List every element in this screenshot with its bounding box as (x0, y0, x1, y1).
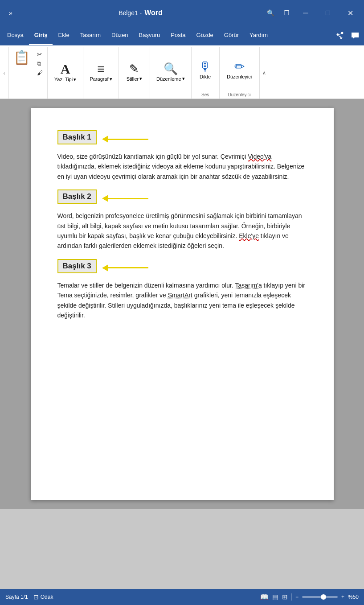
menu-item-giris[interactable]: Giriş (29, 26, 53, 45)
düzenleyici-button[interactable]: ✏ Düzenleyici (223, 58, 255, 81)
odak-button[interactable]: ⊡ Odak (33, 593, 53, 601)
heading2-box: Başlık 2 (57, 189, 97, 204)
düzenleme-group-name (150, 96, 191, 99)
stiller-button[interactable]: ✎ Stiller ▾ (123, 60, 146, 83)
paragraf-button[interactable]: ≡ Paragraf ▾ (86, 60, 115, 84)
düzenleme-icon: 🔍 (164, 62, 178, 76)
cut-icon: ✂ (37, 51, 42, 58)
copy-button[interactable]: ⧉ (34, 59, 45, 68)
paste-icon: 📋 (13, 51, 30, 64)
clipboard-group-label (9, 96, 47, 99)
menu-item-duzen[interactable]: Düzen (106, 26, 134, 45)
close-button[interactable]: ✕ (340, 4, 360, 22)
düzenleyici-label: Düzenleyici (227, 74, 252, 79)
document-area: Başlık 1 Video, size görüşünüzü kanıtlam… (0, 99, 364, 509)
zoom-slider[interactable] (302, 596, 338, 598)
yazıtipi-icon: A (61, 62, 70, 77)
dikte-label: Dikte (200, 74, 211, 79)
video-link: Video'ya (248, 153, 271, 160)
yazıtipi-group-name (48, 96, 83, 99)
menu-item-gorur[interactable]: Görür (219, 26, 244, 45)
menu-item-tasarim[interactable]: Tasarım (75, 26, 106, 45)
maximize-button[interactable]: □ (318, 4, 338, 22)
stiller-group-name (119, 96, 150, 99)
format-painter-button[interactable]: 🖌 (34, 69, 45, 77)
zoom-thumb (321, 594, 326, 600)
zoom-percent: %50 (348, 594, 359, 600)
heading2-row: Başlık 2 (57, 189, 307, 207)
ribbon-collapse-left[interactable]: ‹ (0, 47, 9, 99)
ribbon-group-düzenleme: 🔍 Düzenleme ▾ (150, 47, 192, 99)
heading1-arrow (102, 136, 148, 143)
status-left: Sayfa 1/1 ⊡ Odak (5, 593, 53, 601)
status-bar: Sayfa 1/1 ⊡ Odak 📖 ▤ ⊞ − + %50 (0, 589, 364, 605)
app-name: Word (144, 9, 163, 17)
ribbon-group-paragraf: ≡ Paragraf ▾ (83, 47, 119, 99)
yazıtipi-button[interactable]: A Yazı Tipi ▾ (51, 60, 80, 84)
ekle-link: Ekle'ye (239, 232, 259, 239)
paste-button[interactable]: 📋 (11, 50, 33, 65)
menu-item-gozde[interactable]: Gözde (191, 26, 219, 45)
zoom-minus[interactable]: − (295, 594, 299, 600)
ribbon-group-clipboard: 📋 ✂ ⧉ 🖌 (9, 47, 48, 99)
arrowhead2 (102, 195, 108, 202)
chevron-icon[interactable]: » (4, 6, 18, 20)
menu-bar: Dosya Giriş Ekle Tasarım Düzen Başvuru P… (0, 26, 364, 45)
heading2-arrow (102, 195, 148, 202)
ribbon-group-yazıtipi: A Yazı Tipi ▾ (48, 47, 83, 99)
ribbon: ‹ 📋 ✂ ⧉ 🖌 (0, 45, 364, 99)
body-text-3: Temalar ve stiller de belgenizin düzenli… (57, 280, 307, 321)
tasarim-link: Tasarım'a (235, 282, 262, 289)
body-text-2: Word, belgenizin profesyonelce üretilmiş… (57, 211, 307, 251)
paragraf-icon: ≡ (97, 62, 104, 76)
heading3-row: Başlık 3 (57, 259, 307, 277)
document-page[interactable]: Başlık 1 Video, size görüşünüzü kanıtlam… (31, 108, 334, 500)
title-bar-center: Belge1 - Word (119, 9, 163, 17)
body-text-1: Video, size görüşünüzü kanıtlamak için g… (57, 152, 307, 181)
cut-button[interactable]: ✂ (34, 50, 45, 59)
odak-label: Odak (41, 594, 53, 600)
format-painter-icon: 🖌 (37, 70, 43, 76)
arrowline3 (108, 267, 148, 268)
title-bar: » Belge1 - Word 🔍 ❐ ─ □ ✕ (0, 0, 364, 26)
menu-item-posta[interactable]: Posta (165, 26, 191, 45)
print-view-icon[interactable]: ▤ (272, 593, 278, 601)
restore-icon[interactable]: ❐ (279, 6, 294, 20)
smartart-link: SmartArt (168, 292, 192, 299)
menu-item-basvuru[interactable]: Başvuru (134, 26, 166, 45)
ribbon-collapse-right[interactable]: ∧ (260, 47, 269, 99)
search-icon[interactable]: 🔍 (263, 6, 278, 20)
read-view-icon[interactable]: 📖 (260, 593, 269, 601)
heading1-box: Başlık 1 (57, 130, 97, 144)
arrowhead1 (102, 136, 108, 143)
page-info: Sayfa 1/1 (5, 594, 28, 600)
paragraf-label: Paragraf ▾ (90, 76, 112, 82)
stiller-label: Stiller ▾ (127, 76, 143, 82)
web-view-icon[interactable]: ⊞ (282, 593, 288, 601)
düzenleme-button[interactable]: 🔍 Düzenleme ▾ (153, 60, 188, 83)
title-bar-right: 🔍 ❐ ─ □ ✕ (263, 4, 360, 22)
stiller-icon: ✎ (129, 62, 139, 76)
copy-icon: ⧉ (37, 60, 41, 67)
share-button[interactable] (332, 26, 348, 45)
dikte-button[interactable]: 🎙 Dikte (194, 58, 217, 81)
arrowline2 (108, 198, 148, 199)
heading3-box: Başlık 3 (57, 259, 97, 273)
comment-button[interactable] (348, 26, 362, 45)
paragraf-group-name (83, 96, 119, 99)
dikte-ses-label: Ses (192, 91, 219, 99)
ribbon-group-düzenleyici: ✏ Düzenleyici Düzenleyici (220, 47, 260, 99)
zoom-plus[interactable]: + (341, 594, 344, 600)
menu-item-yardim[interactable]: Yardım (244, 26, 273, 45)
dikte-icon: 🎙 (199, 59, 212, 74)
menu-item-ekle[interactable]: Ekle (53, 26, 74, 45)
minimize-button[interactable]: ─ (295, 4, 316, 22)
düzenleyici-group-name: Düzenleyici (220, 91, 259, 99)
menu-item-dosya[interactable]: Dosya (2, 26, 29, 45)
odak-icon: ⊡ (33, 593, 39, 601)
düzenleme-label: Düzenleme ▾ (156, 76, 185, 82)
düzenleyici-icon: ✏ (234, 59, 245, 74)
ribbon-group-stiller: ✎ Stiller ▾ (119, 47, 150, 99)
arrowline1 (108, 139, 148, 140)
separator (291, 593, 292, 601)
